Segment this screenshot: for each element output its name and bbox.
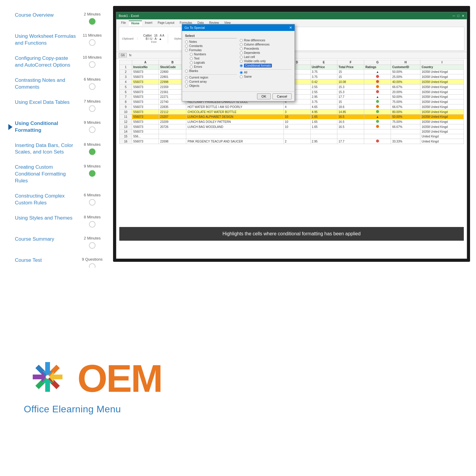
radio-objects[interactable]: Objects <box>185 84 237 87</box>
dialog-title-bar: Go To Special ✕ <box>182 24 295 31</box>
excel-mockup: Book1 - Excel ─ □ ✕ File Home Insert <box>113 6 470 262</box>
sidebar: Course Overview 2 Minutes Using Workshee… <box>0 0 113 268</box>
sidebar-item-course-overview[interactable]: Course Overview 2 Minutes <box>15 12 104 25</box>
duration-1: 11 Minutes <box>83 33 102 37</box>
tab-home[interactable]: Home <box>129 21 142 26</box>
radio-all[interactable]: All <box>240 71 292 74</box>
sidebar-item-right-0: 2 Minutes <box>80 12 104 25</box>
radio-dependents[interactable]: Dependents <box>240 51 292 54</box>
status-indicator-3 <box>89 83 95 90</box>
sidebar-item-notes-comments[interactable]: Contrasting Notes and Comments 6 Minutes <box>15 77 104 91</box>
main-container: Course Overview 2 Minutes Using Workshee… <box>0 0 476 476</box>
status-indicator-5 <box>89 126 95 133</box>
radio-last-cell[interactable]: Last cell <box>240 55 292 59</box>
status-indicator-10 <box>89 242 95 249</box>
radio-visible-cells[interactable]: Visible cells only <box>240 60 292 63</box>
conditional-formats-label: Conditional formats <box>244 64 272 68</box>
radio-notes[interactable]: Notes <box>185 40 237 43</box>
table-row: 10 556073 22112 CHOCOLATE HOT WATER BOTT… <box>120 109 464 115</box>
sidebar-item-complex-rules[interactable]: Constructing Complex Custom Rules 6 Minu… <box>15 193 104 206</box>
sidebar-label-3: Contrasting Notes and Comments <box>15 77 65 90</box>
header-g: G <box>364 60 391 65</box>
sidebar-label-5: Using Conditional Formatting <box>15 120 58 133</box>
radio-col-diff[interactable]: Column differences <box>240 43 292 46</box>
tab-page-layout[interactable]: Page Layout <box>155 21 177 26</box>
col-customerid: CustomerID <box>391 65 420 70</box>
sidebar-label-course-overview: Course Overview <box>15 12 54 18</box>
radio-errors[interactable]: Errors <box>185 65 237 68</box>
sidebar-item-right-1: 11 Minutes <box>80 33 104 46</box>
sidebar-label-11: Course Test <box>15 257 42 263</box>
sidebar-label-6: Inserting Data Bars, Color Scales, and I… <box>15 143 73 155</box>
radio-current-array[interactable]: Current array <box>185 80 237 83</box>
excel-title: Book1 - Excel <box>119 14 139 18</box>
status-indicator-1 <box>89 39 95 46</box>
ok-button[interactable]: OK <box>257 93 271 99</box>
oem-logo-icon <box>24 353 71 401</box>
duration-4: 7 Minutes <box>84 99 101 104</box>
radio-current-region[interactable]: Current region <box>185 76 237 79</box>
table-row: 13 556073 20726 LUNCH BAG WOODLAND 10 1.… <box>120 124 464 129</box>
duration-11: 9 Questions <box>82 257 102 262</box>
maximize-icon[interactable]: □ <box>457 14 459 18</box>
sidebar-item-conditional-formatting[interactable]: Using Conditional Formatting 9 Minutes <box>15 120 104 134</box>
header-e: E <box>310 60 337 65</box>
radio-logicals[interactable]: Logicals <box>185 61 237 64</box>
radio-formulas[interactable]: Formulas <box>185 48 237 52</box>
sidebar-item-data-bars[interactable]: Inserting Data Bars, Color Scales, and I… <box>15 142 104 156</box>
screenshot-area: Book1 - Excel ─ □ ✕ File Home Insert <box>113 6 470 262</box>
spacer <box>240 34 292 39</box>
status-indicator-9 <box>89 221 95 228</box>
clipboard-label: Clipboard <box>122 37 134 40</box>
sidebar-item-data-tables[interactable]: Using Excel Data Tables 7 Minutes <box>15 99 104 112</box>
sidebar-item-course-summary[interactable]: Course Summary 2 Minutes <box>15 236 104 249</box>
header-row-1: 1 <box>120 65 132 70</box>
table-row: 15 556... United Kingd <box>120 134 464 139</box>
window-controls: ─ □ ✕ <box>453 14 464 18</box>
radio-precedents[interactable]: Precedents <box>240 47 292 50</box>
font-controls: B I U · A · ▲ <box>146 37 162 40</box>
radio-conditional-formats[interactable]: Conditional formats <box>240 64 292 68</box>
sidebar-item-styles-themes[interactable]: Using Styles and Themes 8 Minutes <box>15 215 104 228</box>
bottom-section: OEM Office Elearning Menu <box>0 268 476 476</box>
close-icon[interactable]: ✕ <box>462 14 464 18</box>
sidebar-item-copy-paste[interactable]: Configuring Copy-paste and AutoCorrect O… <box>15 55 104 69</box>
table-row: 9 556073 22835 HOT WATER BOTTLE I AM SO … <box>120 104 464 109</box>
logo-text-group: OEM <box>77 359 162 398</box>
sidebar-label-1: Using Worksheet Formulas and Functions <box>15 33 76 46</box>
radio-same[interactable]: Same <box>240 75 292 78</box>
duration-10: 2 Minutes <box>84 236 101 240</box>
duration-5: 9 Minutes <box>84 120 101 125</box>
tab-file[interactable]: File <box>119 21 128 26</box>
sidebar-item-worksheet-formulas[interactable]: Using Worksheet Formulas and Functions 1… <box>15 33 104 47</box>
duration-8: 6 Minutes <box>84 193 101 197</box>
cell-name-box[interactable]: G6 <box>119 53 127 57</box>
col-country: Country <box>420 65 464 70</box>
cancel-button[interactable]: Cancel <box>273 93 292 99</box>
dialog-title: Go To Special <box>184 26 205 29</box>
caption-bar: Highlights the cells where conditional f… <box>119 227 464 241</box>
dialog-close-button[interactable]: ✕ <box>289 26 292 30</box>
dialog-col-right: Row differences Column differences Prece… <box>240 34 292 88</box>
header-h: H <box>391 60 420 65</box>
font-selector[interactable]: Calibri 16 A A <box>143 34 165 37</box>
radio-blanks[interactable]: Blanks <box>185 69 237 73</box>
header-f: F <box>337 60 364 65</box>
sidebar-item-custom-conditional[interactable]: Creating Custom Conditional Formatting R… <box>15 164 104 184</box>
radio-constants[interactable]: Constants <box>185 44 237 48</box>
dialog-col-left: Select Notes Constants Formulas Numbers … <box>185 34 237 88</box>
minimize-icon[interactable]: ─ <box>453 14 455 18</box>
table-row: 12 556073 23209 LUNCH BAG DOILEY PATTERN… <box>120 119 464 124</box>
radio-row-diff[interactable]: Row differences <box>240 39 292 42</box>
duration-3: 6 Minutes <box>84 77 101 82</box>
col-unitprice: UnitPrice <box>310 65 337 70</box>
tab-insert[interactable]: Insert <box>143 21 155 26</box>
logo-area: OEM Office Elearning Menu <box>24 353 162 415</box>
duration-0: 2 Minutes <box>84 12 101 16</box>
radio-numbers[interactable]: Numbers <box>185 53 237 56</box>
office-elearning-menu-text: Office Elearning Menu <box>24 404 121 415</box>
sidebar-label-4: Using Excel Data Tables <box>15 99 70 105</box>
header-a: A <box>132 60 159 65</box>
status-indicator-6 <box>89 148 95 155</box>
radio-text[interactable]: Text <box>185 57 237 60</box>
